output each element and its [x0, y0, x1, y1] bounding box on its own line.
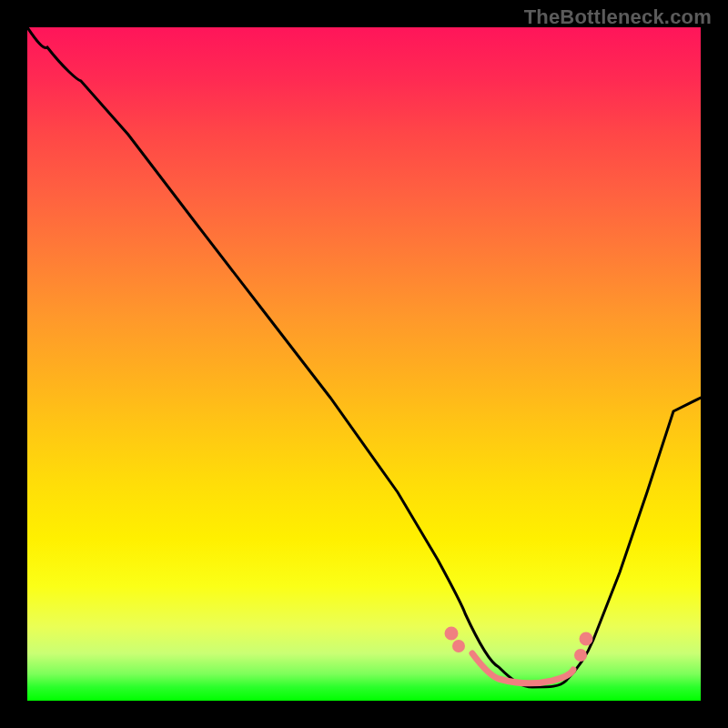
optimal-marker	[448, 630, 590, 683]
bottleneck-curve	[27, 27, 701, 687]
chart-container: TheBottleneck.com	[0, 0, 728, 728]
curve-layer	[27, 27, 701, 701]
svg-point-1	[456, 643, 462, 650]
svg-point-0	[448, 630, 455, 637]
watermark-text: TheBottleneck.com	[524, 5, 712, 29]
plot-area	[27, 27, 701, 701]
svg-point-3	[582, 635, 590, 642]
svg-point-2	[578, 652, 584, 659]
